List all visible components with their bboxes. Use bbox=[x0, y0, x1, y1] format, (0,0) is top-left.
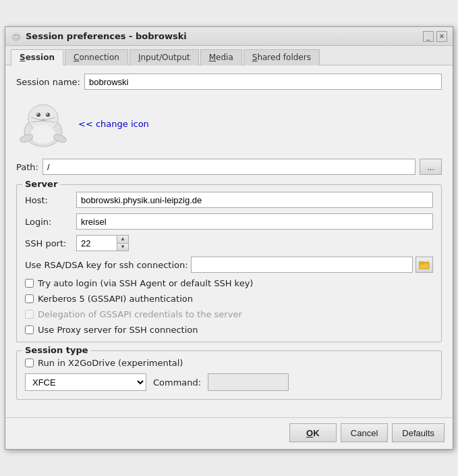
titlebar: Session preferences - bobrowski _ × bbox=[5, 27, 453, 46]
rsa-key-row: Use RSA/DSA key for ssh connection: bbox=[25, 257, 433, 273]
tab-connection[interactable]: Connection bbox=[65, 49, 128, 65]
session-name-input[interactable] bbox=[84, 74, 442, 90]
session-type-dropdown-row: XFCE KDE GNOME LXDE Custom desktop Comma… bbox=[25, 373, 433, 391]
tab-session[interactable]: Session bbox=[11, 49, 63, 65]
titlebar-title: Session preferences - bobrowski bbox=[26, 31, 187, 41]
command-input[interactable] bbox=[208, 373, 289, 391]
path-row: Path: ... bbox=[16, 159, 442, 175]
spinbox-up-button[interactable]: ▲ bbox=[117, 236, 128, 243]
host-input[interactable] bbox=[76, 192, 433, 208]
login-row: Login: bbox=[25, 213, 433, 230]
auto-login-label: Try auto login (via SSH Agent or default… bbox=[38, 278, 253, 288]
gssapi-row: Delegation of GSSAPI credentials to the … bbox=[25, 309, 433, 319]
x2go-drive-label: Run in X2GoDrive (experimental) bbox=[38, 358, 183, 368]
close-button[interactable]: × bbox=[436, 31, 447, 42]
login-input[interactable] bbox=[76, 213, 433, 230]
cancel-button[interactable]: Cancel bbox=[341, 423, 388, 442]
x2go-drive-row: Run in X2GoDrive (experimental) bbox=[25, 358, 433, 368]
change-icon-link[interactable]: << change icon bbox=[78, 119, 149, 129]
app-icon bbox=[11, 31, 22, 42]
command-label: Command: bbox=[153, 377, 201, 388]
icon-area: << change icon bbox=[16, 97, 442, 151]
gssapi-checkbox bbox=[25, 310, 34, 319]
svg-point-9 bbox=[37, 113, 38, 115]
proxy-row: Use Proxy server for SSH connection bbox=[25, 325, 433, 335]
proxy-checkbox[interactable] bbox=[25, 325, 34, 334]
svg-point-1 bbox=[13, 33, 19, 38]
svg-point-10 bbox=[47, 113, 48, 115]
ok-label-rest: K bbox=[313, 428, 319, 438]
ssh-port-input[interactable] bbox=[76, 235, 117, 251]
host-row: Host: bbox=[25, 192, 433, 208]
x2go-drive-checkbox[interactable] bbox=[25, 359, 34, 367]
svg-point-7 bbox=[36, 113, 40, 117]
proxy-label: Use Proxy server for SSH connection bbox=[38, 325, 198, 335]
session-type-group: Session type Run in X2GoDrive (experimen… bbox=[16, 350, 442, 400]
server-group: Server Host: Login: SSH port: bbox=[16, 184, 442, 342]
titlebar-left: Session preferences - bobrowski bbox=[11, 31, 187, 42]
folder-icon bbox=[419, 260, 430, 269]
svg-point-8 bbox=[46, 113, 50, 117]
tab-media[interactable]: Media bbox=[200, 49, 242, 65]
browse-button[interactable]: ... bbox=[420, 159, 442, 175]
tab-media-label: Media bbox=[209, 53, 233, 62]
path-input[interactable] bbox=[42, 159, 416, 175]
ssh-port-spinbox: ▲ ▼ bbox=[76, 235, 129, 251]
tab-inputoutput-label: Input/Output bbox=[138, 53, 190, 62]
session-icon bbox=[16, 97, 70, 151]
defaults-button[interactable]: Defaults bbox=[392, 423, 445, 442]
tab-input-output[interactable]: Input/Output bbox=[130, 49, 199, 65]
rsa-file-button[interactable] bbox=[416, 257, 433, 273]
rsa-key-input[interactable] bbox=[191, 257, 413, 273]
gssapi-label: Delegation of GSSAPI credentials to the … bbox=[38, 309, 242, 319]
kerberos-label: Kerberos 5 (GSSAPI) authentication bbox=[38, 294, 193, 304]
ok-label: O bbox=[306, 428, 313, 438]
auto-login-checkbox[interactable] bbox=[25, 279, 34, 288]
tab-shared-folders[interactable]: Shared folders bbox=[244, 49, 320, 65]
tab-session-label: Session bbox=[20, 53, 55, 62]
ssh-port-label: SSH port: bbox=[25, 238, 72, 248]
server-group-inner: Host: Login: SSH port: ▲ ▼ bbox=[25, 192, 433, 335]
server-group-label: Server bbox=[22, 179, 60, 189]
svg-point-2 bbox=[15, 34, 16, 36]
session-name-label: Session name: bbox=[16, 77, 80, 87]
path-label: Path: bbox=[16, 162, 38, 172]
login-label: Login: bbox=[25, 217, 72, 227]
rsa-label: Use RSA/DSA key for ssh connection: bbox=[25, 260, 188, 270]
spinbox-down-button[interactable]: ▼ bbox=[117, 243, 128, 251]
svg-rect-19 bbox=[419, 262, 424, 264]
spinbox-buttons: ▲ ▼ bbox=[117, 235, 129, 251]
tab-shared-folders-label: Shared folders bbox=[252, 53, 311, 62]
session-type-group-label: Session type bbox=[22, 345, 91, 355]
tab-bar: Session Connection Input/Output Media Sh… bbox=[5, 46, 453, 65]
auto-login-row: Try auto login (via SSH Agent or default… bbox=[25, 278, 433, 288]
bottom-bar: OK Cancel Defaults bbox=[5, 417, 453, 449]
titlebar-buttons: _ × bbox=[423, 31, 447, 42]
ssh-port-row: SSH port: ▲ ▼ bbox=[25, 235, 433, 251]
host-label: Host: bbox=[25, 195, 72, 205]
session-type-inner: Run in X2GoDrive (experimental) XFCE KDE… bbox=[25, 358, 433, 391]
minimize-button[interactable]: _ bbox=[423, 31, 434, 42]
session-name-row: Session name: bbox=[16, 74, 442, 90]
tab-connection-label: Connection bbox=[74, 53, 119, 62]
kerberos-checkbox[interactable] bbox=[25, 294, 34, 303]
session-type-dropdown[interactable]: XFCE KDE GNOME LXDE Custom desktop bbox=[25, 373, 146, 391]
ok-button[interactable]: OK bbox=[289, 423, 337, 442]
content-area: Session name: bbox=[5, 65, 453, 417]
svg-point-3 bbox=[17, 34, 18, 36]
kerberos-row: Kerberos 5 (GSSAPI) authentication bbox=[25, 294, 433, 304]
svg-point-6 bbox=[31, 125, 55, 144]
main-window: Session preferences - bobrowski _ × Sess… bbox=[5, 26, 453, 450]
